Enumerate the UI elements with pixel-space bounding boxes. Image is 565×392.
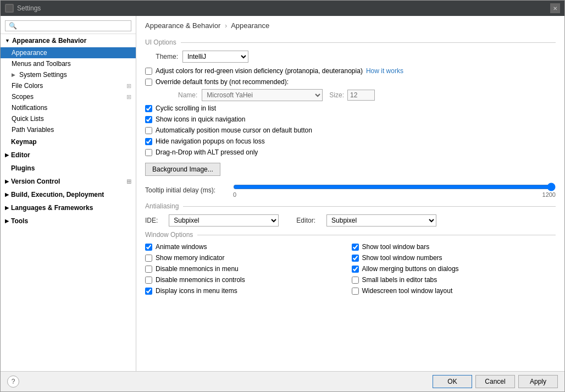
sidebar-item-path-variables[interactable]: Path Variables bbox=[1, 124, 136, 135]
editor-antialias-select[interactable]: Subpixel Greyscale None bbox=[326, 214, 436, 227]
lang-arrow-icon: ▶ bbox=[5, 205, 9, 211]
settings-content: UI Options Theme: IntelliJ Darcula High … bbox=[136, 34, 564, 302]
font-size-input[interactable] bbox=[347, 90, 375, 101]
small-labels-checkbox[interactable] bbox=[352, 277, 359, 284]
show-tool-numbers-checkbox[interactable] bbox=[352, 255, 359, 262]
vc-arrow-icon: ▶ bbox=[5, 179, 9, 184]
disable-mnemonics-controls-row: Disable mnemonics in controls bbox=[145, 276, 350, 284]
animate-windows-checkbox[interactable] bbox=[145, 244, 152, 251]
show-icons-row: Show icons in quick navigation bbox=[145, 115, 556, 123]
sidebar-section-version-control[interactable]: ▶ Version Control ⊞ bbox=[1, 175, 136, 188]
slider-max: 1200 bbox=[542, 191, 556, 198]
antialiasing-section-title: Antialiasing bbox=[145, 202, 556, 210]
allow-merging-row: Allow merging buttons on dialogs bbox=[352, 265, 556, 273]
bg-image-container: Background Image... bbox=[145, 159, 556, 179]
sidebar: ▼ Appearance & Behavior Appearance Menus… bbox=[1, 16, 136, 371]
cyclic-scrolling-checkbox[interactable] bbox=[145, 105, 152, 112]
ok-button[interactable]: OK bbox=[433, 375, 472, 388]
tools-arrow-icon: ▶ bbox=[5, 218, 9, 224]
widescreen-row: Widescreen tool window layout bbox=[352, 287, 556, 295]
override-fonts-row: Override default fonts by (not recommend… bbox=[145, 78, 556, 86]
override-fonts-label: Override default fonts by (not recommend… bbox=[156, 78, 289, 86]
show-tool-numbers-label: Show tool window numbers bbox=[362, 254, 442, 262]
theme-row: Theme: IntelliJ Darcula High contrast bbox=[145, 51, 556, 63]
cyclic-scrolling-row: Cyclic scrolling in list bbox=[145, 104, 556, 112]
hide-navigation-checkbox[interactable] bbox=[145, 138, 152, 145]
allow-merging-checkbox[interactable] bbox=[352, 266, 359, 273]
theme-select[interactable]: IntelliJ Darcula High contrast bbox=[182, 51, 248, 63]
disable-mnemonics-menu-row: Disable mnemonics in menu bbox=[145, 265, 350, 273]
close-button[interactable]: ✕ bbox=[550, 3, 560, 13]
sidebar-item-appearance[interactable]: Appearance bbox=[1, 47, 136, 58]
display-icons-checkbox[interactable] bbox=[145, 288, 152, 295]
ide-antialias-label: IDE: bbox=[145, 217, 158, 224]
adjust-colors-checkbox[interactable] bbox=[145, 68, 152, 75]
sidebar-section-plugins[interactable]: ▶ Plugins bbox=[1, 162, 136, 175]
theme-label: Theme: bbox=[145, 53, 178, 60]
breadcrumb-part2: Appearance bbox=[231, 21, 269, 30]
window-options-right: Show tool window bars Show tool window n… bbox=[352, 243, 556, 298]
hide-navigation-row: Hide navigation popups on focus loss bbox=[145, 137, 556, 145]
show-icons-label: Show icons in quick navigation bbox=[156, 115, 245, 123]
sidebar-item-quick-lists[interactable]: Quick Lists bbox=[1, 113, 136, 124]
file-colors-icon: ⊞ bbox=[126, 82, 131, 90]
sidebar-item-system-settings[interactable]: ▶ System Settings bbox=[1, 69, 136, 80]
window-title: Settings bbox=[17, 4, 550, 12]
sidebar-section-languages-frameworks[interactable]: ▶ Languages & Frameworks bbox=[1, 201, 136, 214]
size-label: Size: bbox=[329, 91, 344, 99]
sidebar-section-keymap[interactable]: ▶ Keymap bbox=[1, 135, 136, 148]
slider-min: 0 bbox=[233, 191, 236, 198]
app-icon bbox=[5, 4, 14, 13]
help-button[interactable]: ? bbox=[7, 376, 19, 388]
name-size-row: Name: Microsoft YaHei Size: bbox=[178, 89, 556, 101]
main-panel: Appearance & Behavior › Appearance UI Op… bbox=[136, 16, 564, 371]
drag-drop-row: Drag-n-Drop with ALT pressed only bbox=[145, 148, 556, 156]
ide-antialias-select[interactable]: Subpixel Greyscale None bbox=[169, 214, 279, 227]
show-tool-bars-label: Show tool window bars bbox=[362, 243, 430, 251]
how-it-works-link[interactable]: How it works bbox=[366, 67, 403, 75]
show-memory-checkbox[interactable] bbox=[145, 255, 152, 262]
sidebar-section-build-execution[interactable]: ▶ Build, Execution, Deployment bbox=[1, 188, 136, 201]
small-labels-row: Small labels in editor tabs bbox=[352, 276, 556, 284]
window-options-left: Animate windows Show memory indicator Di… bbox=[145, 243, 350, 298]
sidebar-item-file-colors[interactable]: File Colors ⊞ bbox=[1, 80, 136, 91]
sidebar-item-menus-toolbars[interactable]: Menus and Toolbars bbox=[1, 58, 136, 69]
drag-drop-checkbox[interactable] bbox=[145, 149, 152, 156]
background-image-button[interactable]: Background Image... bbox=[145, 163, 220, 176]
show-tool-bars-checkbox[interactable] bbox=[352, 244, 359, 251]
sidebar-item-scopes[interactable]: Scopes ⊞ bbox=[1, 91, 136, 102]
auto-position-row: Automatically position mouse cursor on d… bbox=[145, 126, 556, 134]
small-labels-label: Small labels in editor tabs bbox=[362, 276, 437, 284]
tooltip-slider[interactable] bbox=[233, 183, 556, 191]
show-tool-numbers-row: Show tool window numbers bbox=[352, 254, 556, 262]
slider-range: 0 1200 bbox=[233, 191, 556, 198]
search-input[interactable] bbox=[5, 20, 131, 31]
cancel-button[interactable]: Cancel bbox=[475, 375, 515, 388]
sidebar-section-appearance-behavior[interactable]: ▼ Appearance & Behavior bbox=[1, 34, 136, 47]
disable-mnemonics-controls-label: Disable mnemonics in controls bbox=[156, 276, 245, 284]
search-bar bbox=[1, 18, 136, 34]
tooltip-slider-row: Tooltip initial delay (ms): 0 1200 bbox=[145, 183, 556, 198]
sidebar-section-tools[interactable]: ▶ Tools bbox=[1, 214, 136, 228]
show-icons-checkbox[interactable] bbox=[145, 116, 152, 123]
editor-antialias-label: Editor: bbox=[296, 217, 315, 224]
tooltip-delay-label: Tooltip initial delay (ms): bbox=[145, 186, 233, 194]
sidebar-section-editor[interactable]: ▶ Editor bbox=[1, 148, 136, 162]
breadcrumb-part1: Appearance & Behavior bbox=[145, 21, 220, 30]
display-icons-row: Display icons in menu items bbox=[145, 287, 350, 295]
vc-icon: ⊞ bbox=[126, 178, 131, 185]
animate-windows-label: Animate windows bbox=[156, 243, 207, 251]
disable-mnemonics-controls-checkbox[interactable] bbox=[145, 277, 152, 284]
font-name-select[interactable]: Microsoft YaHei bbox=[202, 89, 323, 101]
cyclic-scrolling-label: Cyclic scrolling in list bbox=[156, 104, 216, 112]
override-fonts-checkbox[interactable] bbox=[145, 79, 152, 86]
show-memory-row: Show memory indicator bbox=[145, 254, 350, 262]
adjust-colors-label: Adjust colors for red-green vision defic… bbox=[156, 67, 363, 75]
animate-windows-row: Animate windows bbox=[145, 243, 350, 251]
widescreen-checkbox[interactable] bbox=[352, 288, 359, 295]
window-options-section-title: Window Options bbox=[145, 231, 556, 239]
apply-button[interactable]: Apply bbox=[518, 375, 558, 388]
auto-position-checkbox[interactable] bbox=[145, 127, 152, 134]
sidebar-item-notifications[interactable]: Notifications bbox=[1, 102, 136, 113]
disable-mnemonics-menu-checkbox[interactable] bbox=[145, 266, 152, 273]
